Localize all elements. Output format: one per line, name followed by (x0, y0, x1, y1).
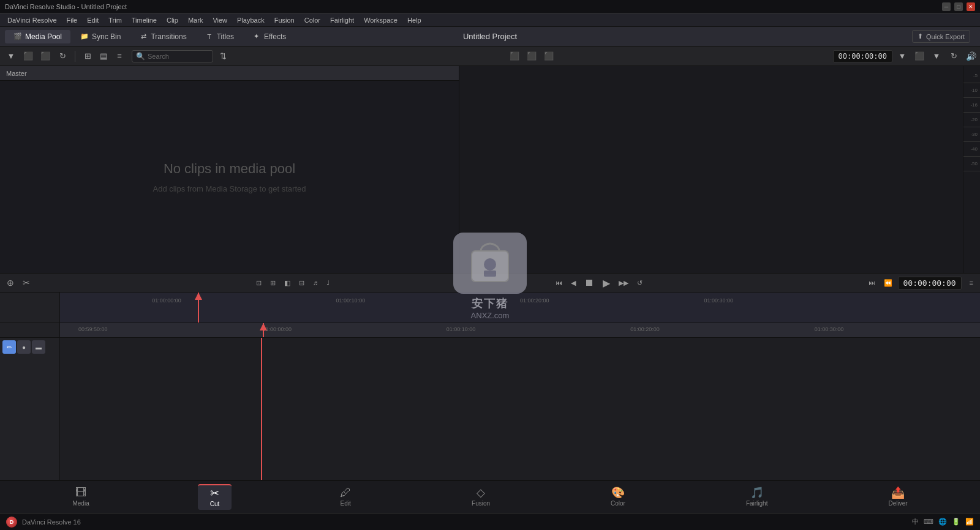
quick-export-button[interactable]: ⬆ Quick Export (912, 30, 970, 43)
sort-btn[interactable]: ⇅ (216, 50, 230, 63)
menu-view[interactable]: View (208, 15, 232, 25)
ruler-mark-40: -40 (963, 142, 980, 157)
tab-sync-bin[interactable]: 📁 Sync Bin (72, 30, 129, 43)
status-keyboard-icon: ⌨ (924, 518, 933, 526)
nav-item-fusion[interactable]: ◇ Fusion (459, 485, 502, 509)
title-bar-left: DaVinci Resolve Studio - Untitled Projec… (5, 3, 127, 10)
lower-ruler-playhead (263, 323, 264, 337)
ruler-mark-16: -16 (963, 98, 980, 113)
cut-tool-btn2[interactable]: ✂ (20, 277, 33, 289)
color-nav-label: Color (611, 500, 625, 507)
lower-track-area: 00:59:50:00 01:00:00:00 01:00:10:00 01:0… (0, 323, 980, 480)
search-input[interactable] (148, 53, 209, 60)
menu-fairlight[interactable]: Fairlight (325, 15, 359, 25)
title-bar: DaVinci Resolve Studio - Untitled Projec… (0, 0, 980, 13)
dropdown-btn2[interactable]: ▼ (895, 50, 910, 63)
minimize-button[interactable]: ─ (942, 2, 951, 11)
nav-item-edit[interactable]: 🖊 Edit (328, 485, 363, 509)
tab-media-pool[interactable]: 🎬 Media Pool (5, 30, 70, 43)
refresh-preview-btn[interactable]: ↻ (946, 50, 961, 63)
title-bar-controls: ─ □ ✕ (942, 2, 975, 11)
playback-loop[interactable]: ↺ (634, 278, 646, 288)
playback-skip-end[interactable]: ⏭ (865, 278, 878, 288)
menu-file[interactable]: File (62, 15, 83, 25)
tab-sync-bin-label: Sync Bin (92, 32, 121, 41)
upper-timeline: 01:00:00:00 01:00:10:00 01:00:20:00 01:0… (0, 293, 980, 323)
quick-export-label: Quick Export (926, 33, 965, 40)
ruler-mark-50: -50 (963, 157, 980, 171)
tracks-wrapper: ✏ ● ▬ (0, 338, 980, 480)
menu-workspace[interactable]: Workspace (359, 15, 402, 25)
project-title: Untitled Project (463, 32, 517, 41)
view-layout-btn2[interactable]: ▼ (929, 50, 944, 63)
lower-ruler-mark-2: 01:00:00:00 (262, 326, 292, 332)
playback-next[interactable]: ▶▶ (616, 278, 631, 288)
cut-insert-btn[interactable]: ⊡ (253, 278, 265, 288)
menu-trim[interactable]: Trim (104, 15, 127, 25)
menu-edit[interactable]: Edit (82, 15, 104, 25)
menu-help[interactable]: Help (402, 15, 426, 25)
close-button[interactable]: ✕ (967, 2, 975, 11)
lower-ruler-content: 00:59:50:00 01:00:00:00 01:00:10:00 01:0… (60, 323, 980, 337)
playback-prev[interactable]: ◀ (568, 278, 579, 288)
playback-timecode: 00:00:00:00 (898, 277, 962, 289)
nav-item-color[interactable]: 🎨 Color (598, 485, 638, 509)
tab-titles[interactable]: T Titles (197, 30, 243, 43)
menu-color[interactable]: Color (300, 15, 325, 25)
cut-ripple-btn[interactable]: ◧ (281, 278, 293, 288)
cut-nav-label: Cut (210, 501, 220, 507)
playback-prev-clip[interactable]: ⏪ (881, 278, 895, 288)
cut-audio-btn[interactable]: ♬ (310, 278, 321, 288)
toolbar-row: ▼ ⬛ ⬛ ↻ ⊞ ▤ ≡ 🔍 ⇅ ⬛ ⬛ ⬛ 00:00:00:00 ▼ ⬛ … (0, 47, 980, 66)
upper-marker-4: 01:00:30:00 (704, 297, 733, 304)
preview-mode-btn1[interactable]: ⬛ (507, 50, 522, 63)
playback-stop[interactable]: ⏹ (581, 276, 597, 289)
menu-mark[interactable]: Mark (183, 15, 208, 25)
menu-playback[interactable]: Playback (232, 15, 270, 25)
maximize-button[interactable]: □ (954, 2, 963, 11)
tab-transitions-label: Transitions (151, 32, 186, 41)
deliver-nav-label: Deliver (888, 500, 907, 507)
track-pen-btn[interactable]: ✏ (2, 340, 16, 354)
content-area: Master No clips in media pool Add clips … (0, 66, 980, 273)
nav-item-media[interactable]: 🎞 Media (60, 485, 101, 509)
upper-ruler-area: 01:00:00:00 01:00:10:00 01:00:20:00 01:0… (60, 293, 980, 323)
cut-close-btn[interactable]: ⊟ (296, 278, 307, 288)
track-marker-btn[interactable]: ● (17, 340, 31, 354)
timecode-display: 00:00:00:00 (833, 50, 892, 62)
playback-to-start[interactable]: ⏮ (552, 278, 565, 288)
preview-mode-btn3[interactable]: ⬛ (541, 50, 556, 63)
nav-item-fairlight[interactable]: 🎵 Fairlight (734, 485, 780, 509)
menu-davinci[interactable]: DaVinci Resolve (2, 15, 62, 25)
view-filmstrip-btn[interactable]: ▤ (96, 50, 111, 63)
tab-effects[interactable]: ✦ Effects (244, 30, 295, 43)
track-clip-btn[interactable]: ▬ (32, 340, 45, 354)
menu-fusion[interactable]: Fusion (270, 15, 300, 25)
menu-timeline[interactable]: Timeline (127, 15, 162, 25)
toolbar-forward-btn[interactable]: ⬛ (38, 50, 53, 63)
preview-mode-btn2[interactable]: ⬛ (524, 50, 539, 63)
fusion-nav-icon: ◇ (477, 487, 485, 498)
view-grid-btn[interactable]: ⊞ (80, 50, 95, 63)
volume-icon[interactable]: 🔊 (966, 51, 976, 61)
nav-item-deliver[interactable]: 📤 Deliver (876, 485, 919, 509)
cut-tool-btn1[interactable]: ⊕ (4, 277, 17, 289)
toolbar-refresh-btn[interactable]: ↻ (55, 50, 70, 63)
playback-play[interactable]: ▶ (600, 276, 613, 290)
tab-transitions[interactable]: ⇄ Transitions (130, 30, 195, 43)
view-layout-btn[interactable]: ⬛ (912, 50, 927, 63)
toolbar-back-btn[interactable]: ⬛ (21, 50, 36, 63)
nav-item-cut[interactable]: ✂ Cut (198, 484, 232, 510)
view-list-btn[interactable]: ≡ (112, 50, 127, 63)
menu-clip[interactable]: Clip (162, 15, 183, 25)
timeline-menu-btn[interactable]: ≡ (967, 278, 976, 288)
ruler-mark-5: -5 (963, 69, 980, 83)
bottom-section: ⊕ ✂ ⊡ ⊞ ◧ ⊟ ♬ ♩ ⏮ ◀ ⏹ ▶ ▶▶ ↺ ⏭ ⏪ 00:00:0… (0, 273, 980, 480)
cut-audio2-btn[interactable]: ♩ (323, 278, 333, 288)
lower-content (60, 338, 980, 480)
toolbar-dropdown-btn[interactable]: ▼ (4, 50, 18, 63)
cut-overwrite-btn[interactable]: ⊞ (267, 278, 279, 288)
cut-timeline-controls: ⊕ ✂ ⊡ ⊞ ◧ ⊟ ♬ ♩ ⏮ ◀ ⏹ ▶ ▶▶ ↺ ⏭ ⏪ 00:00:0… (0, 273, 980, 293)
ruler-mark-20: -20 (963, 113, 980, 127)
export-icon: ⬆ (918, 32, 923, 40)
